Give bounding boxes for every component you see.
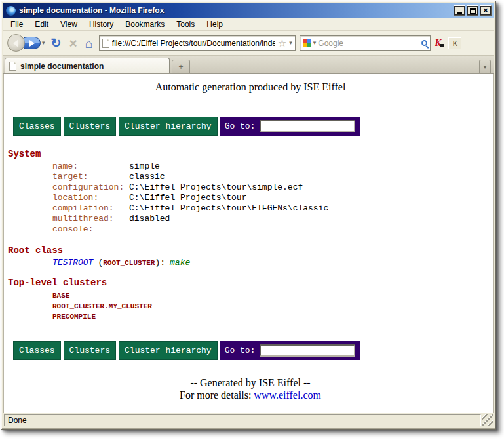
tab-list-button[interactable]: ▾ [479,60,491,73]
top-nav-row: Classes Clusters Cluster hierarchy Go to… [13,117,493,136]
search-box: ▾ [300,35,431,51]
page-footer: -- Generated by ISE Eiffel -- For more d… [8,377,493,401]
forward-icon [29,40,35,47]
classes-button-bottom[interactable]: Classes [13,341,61,360]
goto-label: Go to: [225,121,256,131]
stop-button[interactable]: × [67,36,79,50]
url-bar: ☆ ▾ [99,35,296,51]
footer-details-line: For more details: www.eiffel.com [8,390,493,401]
status-bar: Done [3,413,494,427]
tab-simple-documentation[interactable]: simple documentation [5,58,170,73]
new-tab-button[interactable]: + [172,60,190,73]
goto-box: Go to: [220,117,361,136]
system-row-compilation: compilation:C:\Eiffel Projects\tour\EIFG… [52,203,493,214]
navigation-toolbar: ▾ ↻ × ⌂ ☆ ▾ ▾ K [3,31,494,56]
window-title: simple documentation - Mozilla Firefox [19,6,454,15]
root-class-heading: Root class [8,245,493,256]
menu-edit[interactable]: Edit [29,18,54,30]
cluster-link-root-cluster-my-cluster[interactable]: ROOT_CLUSTER.MY_CLUSTER [52,301,493,311]
root-class-link[interactable]: TESTROOT [52,258,93,268]
cluster-link-precompile[interactable]: PRECOMPILE [52,311,493,322]
tab-strip: simple documentation + ▾ [3,56,494,74]
resize-grip[interactable] [482,414,493,426]
root-cluster-link[interactable]: ROOT_CLUSTER [103,259,155,267]
goto-input-bottom[interactable] [260,344,355,357]
menu-view[interactable]: View [54,18,83,30]
cluster-link-base[interactable]: BASE [52,290,493,301]
search-icon[interactable] [421,40,427,46]
url-dropdown-icon[interactable]: ▾ [289,40,292,46]
minimize-icon [457,12,462,14]
menu-help[interactable]: Help [201,18,229,30]
menu-history[interactable]: History [83,18,119,30]
home-button[interactable]: ⌂ [83,37,95,50]
cluster-hierarchy-button-bottom[interactable]: Cluster hierarchy [119,341,218,360]
reload-icon: ↻ [51,37,62,49]
system-row-configuration: configuration:C:\Eiffel Projects\tour\si… [52,182,493,193]
minimize-button[interactable] [454,5,465,16]
system-rows: name:simple target:classic configuration… [52,161,493,235]
maximize-icon [470,8,476,14]
footer-generated-line: -- Generated by ISE Eiffel -- [8,377,493,389]
cluster-hierarchy-button[interactable]: Cluster hierarchy [119,117,218,136]
tab-label: simple documentation [20,62,104,71]
page-content: Automatic generation produced by ISE Eif… [3,74,494,413]
status-panel: Done [4,414,481,426]
firefox-icon [6,6,16,16]
home-icon: ⌂ [85,37,93,50]
bookmark-star-icon[interactable]: ☆ [278,38,286,48]
clusters-button-bottom[interactable]: Clusters [64,341,116,360]
classes-button[interactable]: Classes [13,117,61,136]
root-class-line: TESTROOT(ROOT_CLUSTER):make [52,258,493,268]
maximize-button[interactable] [467,5,478,16]
url-input[interactable] [112,39,275,48]
close-button[interactable]: × [480,5,492,16]
clusters-button[interactable]: Clusters [64,117,116,136]
bottom-nav-row: Classes Clusters Cluster hierarchy Go to… [13,341,493,360]
system-heading: System [8,149,493,159]
k-toolbar-button[interactable]: K [448,37,461,49]
menu-file[interactable]: File [5,18,29,30]
goto-box-bottom: Go to: [220,341,361,360]
back-button[interactable] [7,34,25,52]
close-icon: × [483,7,488,14]
menu-bar: File Edit View History Bookmarks Tools H… [3,18,494,31]
cluster-list: BASE ROOT_CLUSTER.MY_CLUSTER PRECOMPILE [52,290,493,322]
reload-button[interactable]: ↻ [49,37,64,49]
search-engine-dropdown-icon[interactable]: ▾ [313,40,317,46]
search-input[interactable] [318,39,419,48]
history-dropdown-icon[interactable]: ▾ [42,40,45,46]
kaspersky-icon[interactable] [435,39,444,47]
status-text: Done [8,416,27,425]
page-title: Automatic generation produced by ISE Eif… [8,81,493,93]
back-icon [13,39,18,47]
menu-tools[interactable]: Tools [170,18,201,30]
system-row-name: name:simple [52,161,493,172]
creator-feature-link[interactable]: make [170,258,190,268]
browser-window: simple documentation - Mozilla Firefox ×… [1,1,496,430]
system-row-multithread: multithread:disabled [52,214,493,224]
system-row-location: location:C:\Eiffel Projects\tour [52,193,493,203]
eiffel-website-link[interactable]: www.eiffel.com [254,390,321,401]
tab-list-dropdown-icon: ▾ [484,64,487,70]
system-row-target: target:classic [52,172,493,182]
google-logo-icon[interactable] [303,39,311,47]
top-level-clusters-heading: Top-level clusters [8,277,493,288]
page-icon [102,39,109,48]
goto-input-top[interactable] [260,120,355,132]
system-row-console: console: [52,224,493,235]
stop-icon: × [69,36,77,50]
tab-page-icon [9,62,16,71]
goto-label-bottom: Go to: [225,346,256,355]
menu-bookmarks[interactable]: Bookmarks [119,18,170,30]
title-bar[interactable]: simple documentation - Mozilla Firefox × [3,3,494,18]
